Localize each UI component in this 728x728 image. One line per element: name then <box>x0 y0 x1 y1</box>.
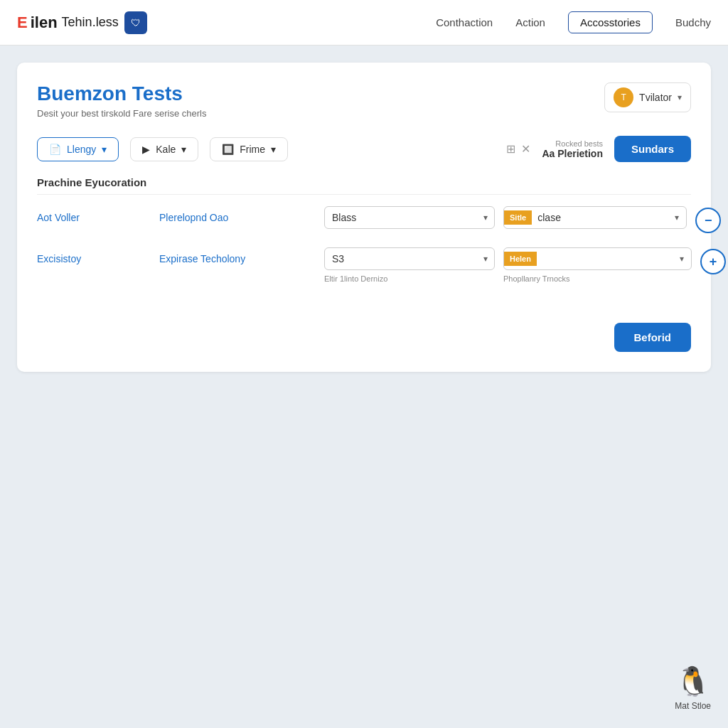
row2-label: Excisistoy <box>37 247 151 264</box>
llengy-button[interactable]: 📄 Llengy ▾ <box>37 137 119 161</box>
row1-select2-group: Sitle ▾ <box>503 206 687 229</box>
row1-badge-chevron[interactable]: ▾ <box>668 213 686 223</box>
document-icon: 📄 <box>49 144 61 155</box>
user-badge[interactable]: T Tvilator ▾ <box>604 82 691 112</box>
row2-sublabel: Expirase Techolony <box>159 247 316 264</box>
row2-select1[interactable]: S3 S1 S2 <box>324 247 495 270</box>
toolbar: 📄 Llengy ▾ ▶ Kale ▾ 🔲 Frime ▾ ⊞ ✕ Ro <box>37 136 691 162</box>
sundars-button[interactable]: Sundars <box>614 136 691 162</box>
rocked-label: Rocked bests <box>542 139 603 148</box>
row2-hint2: Phopllanry Trnocks <box>503 274 692 283</box>
nav-accosstories[interactable]: Accosstories <box>568 11 653 33</box>
form-row-1: Aot Voller Plerelopnd Oao Blass Option A… <box>37 206 691 233</box>
frime-button[interactable]: 🔲 Frime ▾ <box>210 137 288 161</box>
page-title: Buemzon Tests <box>37 82 206 105</box>
row1-label: Aot Voller <box>37 206 151 223</box>
nav-budchy[interactable]: Budchy <box>675 16 711 28</box>
main-card: Buemzon Tests Desit your best tirskold F… <box>17 63 711 372</box>
toolbar-right: Rocked bests Aa Plerietion Sundars <box>542 136 691 162</box>
section-title: Prachine Eyucoration <box>37 176 691 195</box>
bottom-label: Mat Stloe <box>675 701 711 711</box>
row2-select1-group: S3 S1 S2 ▾ Eltir 1linto Dernizo <box>324 247 495 283</box>
beforid-button[interactable]: Beforid <box>614 323 692 352</box>
row1-badge-input[interactable] <box>532 207 668 228</box>
llengy-chevron: ▾ <box>102 144 107 155</box>
grid-icon: ⊞ <box>506 142 515 156</box>
row2-badge-select: Helen ▾ <box>503 247 692 270</box>
row2-badge: Helen <box>504 252 537 266</box>
row1-sublabel: Plerelopnd Oao <box>159 206 316 223</box>
frime-icon: 🔲 <box>222 144 234 155</box>
kale-button[interactable]: ▶ Kale ▾ <box>130 137 198 161</box>
row1-badge-select: Sitle ▾ <box>503 206 687 229</box>
form-row-2: Excisistoy Expirase Techolony S3 S1 S2 ▾… <box>37 247 691 283</box>
play-icon: ▶ <box>142 144 150 155</box>
user-name: Tvilator <box>639 92 672 103</box>
row2-select2-group: Helen ▾ Phopllanry Trnocks <box>503 247 692 283</box>
row1-select1-group: Blass Option A Option B ▾ <box>324 206 495 229</box>
nav-conthaction[interactable]: Conthaction <box>436 16 493 28</box>
penguin-icon: 🐧 <box>675 665 711 698</box>
nav-action[interactable]: Action <box>515 16 545 28</box>
nav-links: Conthaction Action Accosstories Budchy <box>436 11 711 33</box>
chevron-down-icon: ▾ <box>678 92 682 102</box>
logo-tehin: Tehin.less <box>62 15 119 30</box>
aa-plerietion: Aa Plerietion <box>542 148 603 159</box>
rocked-area: Rocked bests Aa Plerietion <box>542 139 603 159</box>
kale-label: Kale <box>156 144 176 155</box>
main-content: Buemzon Tests Desit your best tirskold F… <box>0 46 728 389</box>
page-title-area: Buemzon Tests Desit your best tirskold F… <box>37 82 206 119</box>
kale-chevron: ▾ <box>181 144 186 155</box>
row2-badge-chevron[interactable]: ▾ <box>673 254 691 264</box>
bottom-right-area: 🐧 Mat Stloe <box>675 665 711 711</box>
frime-label: Frime <box>240 144 265 155</box>
header: E ilen Tehin.less 🛡 Conthaction Action A… <box>0 0 728 46</box>
row1-select1-wrapper: Blass Option A Option B ▾ <box>324 206 495 229</box>
logo-area: E ilen Tehin.less 🛡 <box>17 11 436 34</box>
row1-badge: Sitle <box>504 210 532 225</box>
row1-minus-button[interactable]: − <box>695 208 721 233</box>
logo-icon: 🛡 <box>124 11 147 34</box>
row2-hint1: Eltir 1linto Dernizo <box>324 274 495 283</box>
card-footer: Beforid <box>37 311 691 352</box>
page-subtitle: Desit your best tirskold Fare serise che… <box>37 108 206 119</box>
close-icon[interactable]: ✕ <box>521 142 530 156</box>
row2-select1-wrapper: S3 S1 S2 ▾ <box>324 247 495 270</box>
avatar: T <box>614 87 633 107</box>
page-header: Buemzon Tests Desit your best tirskold F… <box>37 82 691 119</box>
search-icons: ⊞ ✕ <box>506 142 530 156</box>
row1-select1[interactable]: Blass Option A Option B <box>324 206 495 229</box>
row2-badge-input[interactable] <box>537 248 673 269</box>
logo-e: E <box>17 14 28 32</box>
llengy-label: Llengy <box>67 144 96 155</box>
frime-chevron: ▾ <box>271 144 276 155</box>
logo-ilen: ilen <box>31 14 58 32</box>
row2-plus-button[interactable]: + <box>700 249 726 274</box>
